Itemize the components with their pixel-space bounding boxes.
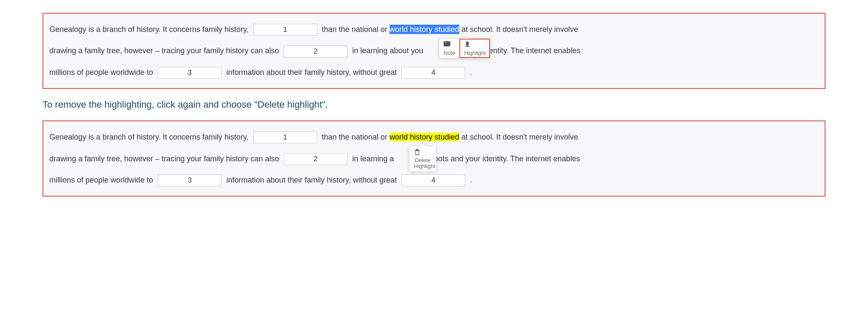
text-segment: in learning a bbox=[352, 154, 394, 163]
blank-2[interactable]: 2 bbox=[284, 153, 347, 165]
svg-rect-4 bbox=[416, 151, 419, 155]
blank-3[interactable]: 3 bbox=[158, 174, 222, 186]
svg-rect-2 bbox=[466, 42, 469, 46]
example-panel-1: Genealogy is a branch of history. It con… bbox=[43, 13, 825, 89]
blank-1[interactable]: 1 bbox=[253, 24, 317, 36]
highlight-icon bbox=[464, 41, 486, 49]
text-segment: than the national or bbox=[322, 25, 390, 34]
highlight-popup: " Note Highlight bbox=[439, 38, 490, 58]
delete-highlight-button[interactable]: Delete Highlight bbox=[410, 146, 436, 171]
text-segment: identity. The internet enables bbox=[483, 46, 580, 55]
text-segment: drawing a family tree, however – tracing… bbox=[49, 46, 281, 55]
note-button[interactable]: " Note bbox=[439, 39, 459, 58]
delete-highlight-popup: Delete Highlight bbox=[409, 146, 436, 172]
svg-rect-6 bbox=[416, 149, 418, 150]
blank-1[interactable]: 1 bbox=[253, 131, 317, 143]
text-segment: millions of people worldwide to bbox=[49, 176, 155, 184]
text-segment: . bbox=[470, 176, 472, 184]
example-panel-2: Genealogy is a branch of history. It con… bbox=[43, 120, 825, 197]
highlight-button[interactable]: Highlight bbox=[459, 39, 490, 58]
highlight-label: Highlight bbox=[464, 50, 486, 56]
text-segment: Genealogy is a branch of history. It con… bbox=[49, 25, 249, 34]
delete-highlight-label: Delete Highlight bbox=[414, 157, 435, 169]
text-segment: than the national or bbox=[322, 133, 390, 141]
svg-text:": " bbox=[445, 42, 447, 46]
text-segment: drawing a family tree, however – tracing… bbox=[49, 154, 281, 163]
blank-2[interactable]: 2 bbox=[284, 46, 347, 57]
note-label: Note bbox=[444, 50, 455, 56]
svg-rect-5 bbox=[415, 150, 419, 151]
text-segment: at school. It doesn't merely involve bbox=[459, 133, 578, 141]
blank-3[interactable]: 3 bbox=[158, 67, 222, 79]
text-segment: Genealogy is a branch of history. It con… bbox=[49, 133, 249, 141]
selected-text[interactable]: world history studied bbox=[390, 25, 459, 34]
text-segment: at school. It doesn't merely involve bbox=[459, 25, 578, 34]
svg-rect-3 bbox=[465, 46, 470, 47]
text-segment: millions of people worldwide to bbox=[49, 68, 155, 77]
trash-icon bbox=[414, 149, 432, 157]
blank-4[interactable]: 4 bbox=[401, 67, 465, 79]
text-segment: roots and your identity. The internet en… bbox=[431, 154, 580, 163]
text-segment: information about their family history, … bbox=[226, 68, 399, 77]
text-segment: information about their family history, … bbox=[226, 176, 399, 184]
highlighted-text[interactable]: world history studied bbox=[390, 133, 459, 141]
quote-icon: " bbox=[444, 41, 455, 49]
instruction-text: To remove the highlighting, click again … bbox=[43, 99, 825, 110]
text-segment: . bbox=[470, 68, 472, 77]
blank-4[interactable]: 4 bbox=[401, 174, 465, 186]
text-segment: in learning about you bbox=[352, 46, 423, 55]
cloze-text: Genealogy is a branch of history. It con… bbox=[49, 19, 819, 83]
